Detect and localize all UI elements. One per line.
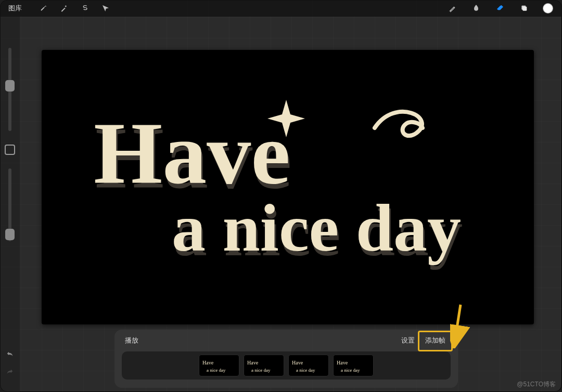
title-bar: 图库 [0,0,562,17]
frame-strip[interactable]: Havea nice day Havea nice day Havea nice… [122,351,451,380]
brush-size-thumb[interactable] [5,80,15,92]
brush-icon[interactable] [443,1,461,16]
ink-line2: a nice day [172,190,461,265]
play-button[interactable]: 播放 [122,334,142,347]
add-frame-button[interactable]: 添加帧 [420,333,451,348]
move-arrow-icon[interactable] [98,1,113,16]
eraser-icon[interactable] [491,1,509,16]
svg-text:Have: Have [247,360,259,365]
swirl-stroke [375,112,423,136]
settings-button[interactable]: 设置 [396,333,420,348]
gallery-button[interactable]: 图库 [5,2,25,15]
layers-icon[interactable] [515,1,533,16]
svg-text:a nice day: a nice day [341,368,360,373]
frame-thumb[interactable]: Havea nice day [244,355,284,376]
brush-size-slider[interactable] [8,48,11,131]
svg-text:Have: Have [202,360,214,365]
selection-s-icon[interactable] [77,1,93,16]
left-side-rail [0,17,20,392]
svg-text:a nice day: a nice day [207,368,226,373]
app-root: { "titlebar": { "gallery_label": "图库" },… [0,0,562,392]
smudge-icon[interactable] [467,1,485,16]
svg-text:Have: Have [292,360,303,365]
opacity-slider[interactable] [8,168,11,241]
wrench-icon[interactable] [35,1,51,16]
canvas-artwork: Have a nice day Have a nice day [42,50,534,324]
watermark-text: @51CTO博客 [517,380,556,389]
canvas[interactable]: Have a nice day Have a nice day [42,50,534,324]
animation-timeline: 播放 设置 添加帧 Havea nice day Havea nice day … [114,330,458,388]
svg-rect-1 [522,7,527,11]
modify-button[interactable] [5,145,15,155]
ink-line1: Have [94,104,290,202]
undo-icon[interactable] [6,350,14,361]
color-swatch[interactable] [539,1,557,16]
svg-text:a nice day: a nice day [296,368,315,373]
wand-icon[interactable] [56,1,72,16]
opacity-thumb[interactable] [5,229,15,240]
frame-thumb[interactable]: Havea nice day [288,355,329,376]
redo-icon[interactable] [6,368,14,378]
svg-text:Have: Have [337,360,348,365]
svg-text:a nice day: a nice day [251,368,271,373]
frame-thumb[interactable]: Havea nice day [333,355,374,376]
frame-thumb[interactable]: Havea nice day [199,355,239,376]
